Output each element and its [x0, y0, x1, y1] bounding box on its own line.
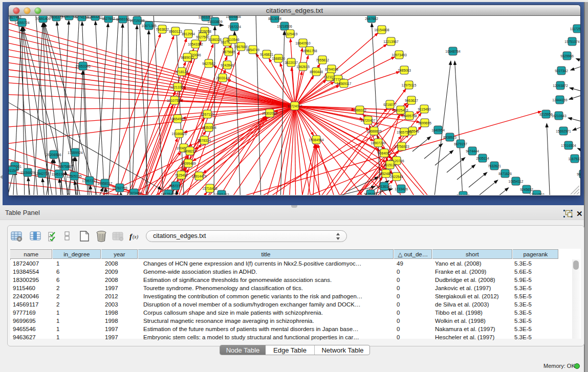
svg-text:11451944: 11451944: [52, 172, 67, 176]
svg-text:10543382: 10543382: [188, 42, 203, 46]
svg-text:17359924: 17359924: [68, 151, 83, 155]
svg-text:12505135: 12505135: [67, 174, 82, 178]
svg-text:19654985: 19654985: [170, 117, 185, 121]
svg-text:1527602: 1527602: [102, 17, 115, 20]
svg-text:18907249: 18907249: [371, 141, 386, 145]
svg-text:18640910: 18640910: [295, 41, 311, 45]
svg-text:10107553: 10107553: [167, 99, 182, 102]
svg-text:1588520: 1588520: [272, 57, 285, 60]
svg-text:16154808: 16154808: [374, 28, 389, 32]
svg-text:9463627: 9463627: [405, 99, 418, 102]
svg-text:10654112: 10654112: [509, 180, 524, 183]
svg-text:11381744: 11381744: [62, 16, 77, 18]
svg-text:3875685: 3875685: [222, 50, 235, 54]
svg-text:10719185: 10719185: [129, 19, 145, 23]
svg-text:12942737: 12942737: [34, 172, 50, 176]
svg-text:2687682: 2687682: [365, 17, 378, 20]
svg-text:7663822: 7663822: [156, 28, 169, 31]
svg-text:9806372: 9806372: [50, 16, 63, 19]
svg-text:8471626: 8471626: [498, 172, 512, 176]
svg-text:15720407: 15720407: [360, 119, 376, 122]
svg-text:9329966: 9329966: [560, 54, 574, 58]
svg-text:12213967: 12213967: [383, 40, 399, 43]
svg-text:25302033: 25302033: [262, 112, 277, 115]
svg-text:15353594: 15353594: [201, 126, 216, 129]
svg-text:14099489: 14099489: [181, 162, 196, 165]
svg-text:10671385: 10671385: [141, 24, 157, 28]
svg-text:8267115: 8267115: [201, 113, 214, 116]
svg-text:9245652: 9245652: [520, 188, 533, 191]
svg-text:9474444: 9474444: [466, 149, 479, 153]
svg-text:8912954: 8912954: [182, 32, 195, 36]
svg-text:8990448: 8990448: [310, 70, 323, 74]
svg-text:15554808: 15554808: [226, 16, 241, 18]
svg-text:1733426: 1733426: [395, 187, 408, 191]
svg-text:7625402: 7625402: [175, 173, 188, 177]
svg-text:12975115: 12975115: [402, 83, 417, 87]
svg-text:19218506: 19218506: [277, 25, 292, 28]
svg-text:1640954: 1640954: [431, 128, 445, 132]
svg-text:6466160: 6466160: [116, 17, 129, 21]
svg-text:9115460: 9115460: [418, 107, 431, 111]
svg-text:8454749: 8454749: [246, 48, 259, 52]
svg-text:12044502: 12044502: [529, 193, 545, 195]
svg-text:6679197: 6679197: [454, 142, 467, 146]
svg-text:16210643: 16210643: [551, 114, 567, 118]
svg-text:11156829: 11156829: [20, 171, 35, 174]
svg-text:8813054: 8813054: [268, 17, 281, 20]
svg-text:2110546: 2110546: [226, 38, 239, 41]
svg-text:2522544: 2522544: [390, 175, 403, 179]
svg-text:2803144: 2803144: [216, 76, 229, 80]
svg-text:7986322: 7986322: [353, 108, 366, 112]
svg-text:10285463: 10285463: [214, 193, 229, 195]
svg-text:9242848: 9242848: [221, 63, 234, 67]
svg-text:14128461: 14128461: [161, 192, 176, 195]
svg-text:1362615: 1362615: [296, 65, 310, 69]
svg-text:10025433: 10025433: [393, 108, 408, 112]
svg-text:16914479: 16914479: [191, 174, 207, 178]
svg-text:5878334: 5878334: [198, 139, 211, 142]
svg-text:11172584: 11172584: [570, 27, 580, 31]
svg-text:14055724: 14055724: [14, 21, 30, 25]
svg-text:10756923: 10756923: [394, 145, 409, 148]
svg-text:10688609: 10688609: [366, 129, 382, 133]
svg-text:19166825: 19166825: [171, 132, 187, 136]
svg-text:9227342: 9227342: [555, 69, 568, 73]
svg-text:8938923: 8938923: [443, 136, 456, 139]
svg-text:(x): (x): [133, 234, 139, 240]
svg-text:14569117: 14569117: [337, 82, 352, 85]
svg-text:9457271: 9457271: [169, 184, 182, 188]
svg-text:14136141: 14136141: [377, 185, 392, 188]
svg-text:1167533: 1167533: [568, 157, 580, 161]
svg-text:20206536: 20206536: [46, 153, 61, 157]
svg-text:1615132: 1615132: [383, 163, 397, 167]
svg-text:7485063: 7485063: [398, 69, 411, 72]
svg-text:9889012: 9889012: [181, 56, 194, 59]
svg-text:9624501: 9624501: [577, 172, 580, 176]
svg-text:17016504: 17016504: [561, 144, 576, 147]
svg-text:16782759: 16782759: [112, 186, 127, 190]
svg-text:15751074: 15751074: [564, 40, 580, 43]
svg-text:12093872: 12093872: [553, 84, 568, 87]
svg-text:6794028: 6794028: [325, 68, 338, 71]
svg-text:3498222: 3498222: [183, 149, 197, 153]
svg-text:2718126: 2718126: [175, 70, 188, 74]
svg-text:7632621: 7632621: [488, 164, 501, 168]
svg-text:9327500: 9327500: [196, 35, 209, 39]
svg-text:9084067: 9084067: [378, 151, 391, 155]
svg-text:12444159: 12444159: [552, 98, 568, 102]
svg-text:18495758: 18495758: [402, 114, 417, 118]
svg-text:8215956: 8215956: [539, 113, 553, 116]
svg-text:3911547: 3911547: [9, 169, 19, 172]
svg-text:10653267: 10653267: [88, 16, 103, 18]
svg-text:11923468: 11923468: [127, 191, 142, 195]
svg-text:18724007: 18724007: [287, 104, 302, 108]
svg-text:9146821: 9146821: [260, 53, 273, 56]
svg-text:29053346: 29053346: [75, 64, 91, 68]
svg-text:16961758: 16961758: [302, 49, 317, 53]
svg-text:11325419: 11325419: [283, 32, 298, 36]
svg-text:8960123: 8960123: [169, 30, 182, 33]
svg-text:7357224: 7357224: [228, 25, 241, 29]
svg-text:15716435: 15716435: [202, 187, 217, 190]
svg-text:12213369: 12213369: [170, 85, 185, 89]
